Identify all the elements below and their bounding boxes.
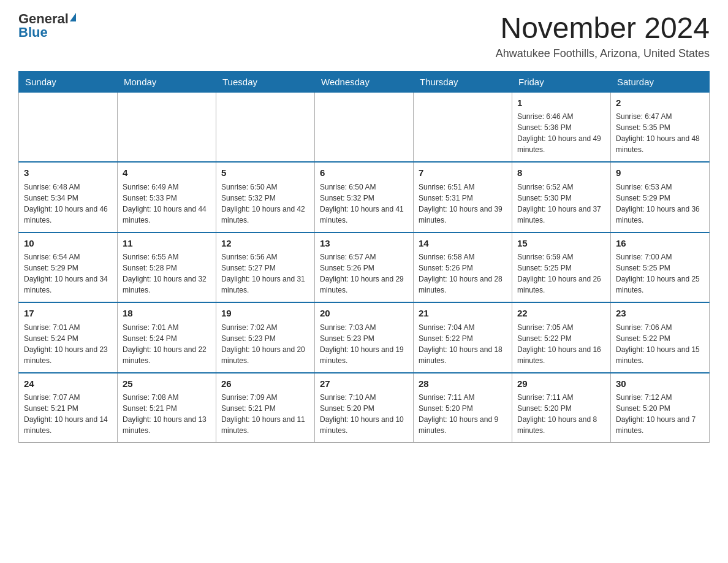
calendar-table: SundayMondayTuesdayWednesdayThursdayFrid… (18, 71, 710, 443)
day-number: 28 (419, 377, 507, 391)
calendar-cell: 22Sunrise: 7:05 AMSunset: 5:22 PMDayligh… (512, 302, 611, 373)
calendar-cell: 30Sunrise: 7:12 AMSunset: 5:20 PMDayligh… (611, 373, 710, 443)
day-info: Sunrise: 7:06 AMSunset: 5:22 PMDaylight:… (616, 322, 704, 366)
day-number: 23 (616, 307, 704, 321)
logo-blue: Blue (18, 26, 48, 39)
calendar-cell: 11Sunrise: 6:55 AMSunset: 5:28 PMDayligh… (118, 232, 216, 303)
day-number: 11 (123, 237, 211, 251)
weekday-header-thursday: Thursday (414, 71, 512, 92)
page-header: General Blue November 2024 Ahwatukee Foo… (18, 12, 710, 60)
calendar-cell: 3Sunrise: 6:48 AMSunset: 5:34 PMDaylight… (19, 162, 118, 232)
weekday-header-saturday: Saturday (611, 71, 710, 92)
calendar-cell: 20Sunrise: 7:03 AMSunset: 5:23 PMDayligh… (315, 302, 414, 373)
day-number: 13 (320, 237, 408, 251)
logo-arrow-icon (70, 13, 76, 21)
day-number: 19 (221, 307, 309, 321)
calendar-week-2: 3Sunrise: 6:48 AMSunset: 5:34 PMDaylight… (19, 162, 710, 232)
location-title: Ahwatukee Foothills, Arizona, United Sta… (496, 47, 710, 60)
calendar-week-4: 17Sunrise: 7:01 AMSunset: 5:24 PMDayligh… (19, 302, 710, 373)
day-number: 1 (517, 96, 605, 110)
day-number: 24 (24, 377, 112, 391)
calendar-cell: 16Sunrise: 7:00 AMSunset: 5:25 PMDayligh… (611, 232, 710, 303)
calendar-week-1: 1Sunrise: 6:46 AMSunset: 5:36 PMDaylight… (19, 92, 710, 162)
calendar-cell: 1Sunrise: 6:46 AMSunset: 5:36 PMDaylight… (512, 92, 611, 162)
calendar-cell: 14Sunrise: 6:58 AMSunset: 5:26 PMDayligh… (414, 232, 512, 303)
day-info: Sunrise: 6:48 AMSunset: 5:34 PMDaylight:… (24, 182, 112, 226)
day-info: Sunrise: 6:46 AMSunset: 5:36 PMDaylight:… (517, 111, 605, 155)
calendar-cell: 4Sunrise: 6:49 AMSunset: 5:33 PMDaylight… (118, 162, 216, 232)
day-info: Sunrise: 7:07 AMSunset: 5:21 PMDaylight:… (24, 392, 112, 436)
day-info: Sunrise: 6:51 AMSunset: 5:31 PMDaylight:… (419, 182, 507, 226)
day-info: Sunrise: 6:50 AMSunset: 5:32 PMDaylight:… (221, 182, 309, 226)
day-number: 8 (517, 166, 605, 180)
day-info: Sunrise: 7:10 AMSunset: 5:20 PMDaylight:… (320, 392, 408, 436)
day-number: 30 (616, 377, 704, 391)
day-info: Sunrise: 7:02 AMSunset: 5:23 PMDaylight:… (221, 322, 309, 366)
day-number: 9 (616, 166, 704, 180)
day-number: 27 (320, 377, 408, 391)
logo-general: General (18, 12, 69, 26)
calendar-cell: 7Sunrise: 6:51 AMSunset: 5:31 PMDaylight… (414, 162, 512, 232)
calendar-cell: 6Sunrise: 6:50 AMSunset: 5:32 PMDaylight… (315, 162, 414, 232)
calendar-cell: 2Sunrise: 6:47 AMSunset: 5:35 PMDaylight… (611, 92, 710, 162)
day-info: Sunrise: 6:52 AMSunset: 5:30 PMDaylight:… (517, 182, 605, 226)
day-info: Sunrise: 6:53 AMSunset: 5:29 PMDaylight:… (616, 182, 704, 226)
day-info: Sunrise: 7:01 AMSunset: 5:24 PMDaylight:… (123, 322, 211, 366)
day-number: 10 (24, 237, 112, 251)
calendar-week-3: 10Sunrise: 6:54 AMSunset: 5:29 PMDayligh… (19, 232, 710, 303)
calendar-cell: 10Sunrise: 6:54 AMSunset: 5:29 PMDayligh… (19, 232, 118, 303)
calendar-cell: 13Sunrise: 6:57 AMSunset: 5:26 PMDayligh… (315, 232, 414, 303)
calendar-cell: 28Sunrise: 7:11 AMSunset: 5:20 PMDayligh… (414, 373, 512, 443)
day-info: Sunrise: 6:49 AMSunset: 5:33 PMDaylight:… (123, 182, 211, 226)
calendar-cell: 9Sunrise: 6:53 AMSunset: 5:29 PMDaylight… (611, 162, 710, 232)
day-number: 4 (123, 166, 211, 180)
day-info: Sunrise: 7:05 AMSunset: 5:22 PMDaylight:… (517, 322, 605, 366)
day-number: 6 (320, 166, 408, 180)
day-info: Sunrise: 6:54 AMSunset: 5:29 PMDaylight:… (24, 251, 112, 296)
day-info: Sunrise: 6:50 AMSunset: 5:32 PMDaylight:… (320, 182, 408, 226)
weekday-header-friday: Friday (512, 71, 611, 92)
day-info: Sunrise: 7:09 AMSunset: 5:21 PMDaylight:… (221, 392, 309, 436)
day-info: Sunrise: 7:03 AMSunset: 5:23 PMDaylight:… (320, 322, 408, 366)
day-number: 25 (123, 377, 211, 391)
calendar-cell: 27Sunrise: 7:10 AMSunset: 5:20 PMDayligh… (315, 373, 414, 443)
day-info: Sunrise: 7:01 AMSunset: 5:24 PMDaylight:… (24, 322, 112, 366)
calendar-cell: 12Sunrise: 6:56 AMSunset: 5:27 PMDayligh… (216, 232, 315, 303)
calendar-cell: 5Sunrise: 6:50 AMSunset: 5:32 PMDaylight… (216, 162, 315, 232)
day-number: 20 (320, 307, 408, 321)
calendar-cell: 15Sunrise: 6:59 AMSunset: 5:25 PMDayligh… (512, 232, 611, 303)
day-info: Sunrise: 6:59 AMSunset: 5:25 PMDaylight:… (517, 251, 605, 296)
calendar-cell (19, 92, 118, 162)
calendar-cell: 23Sunrise: 7:06 AMSunset: 5:22 PMDayligh… (611, 302, 710, 373)
day-info: Sunrise: 7:11 AMSunset: 5:20 PMDaylight:… (517, 392, 605, 436)
logo: General Blue (18, 12, 76, 39)
day-number: 21 (419, 307, 507, 321)
calendar-cell: 26Sunrise: 7:09 AMSunset: 5:21 PMDayligh… (216, 373, 315, 443)
day-number: 12 (221, 237, 309, 251)
day-info: Sunrise: 6:56 AMSunset: 5:27 PMDaylight:… (221, 251, 309, 296)
day-number: 26 (221, 377, 309, 391)
title-section: November 2024 Ahwatukee Foothills, Arizo… (496, 12, 710, 60)
day-number: 29 (517, 377, 605, 391)
calendar-cell (216, 92, 315, 162)
calendar-cell: 17Sunrise: 7:01 AMSunset: 5:24 PMDayligh… (19, 302, 118, 373)
day-number: 18 (123, 307, 211, 321)
day-number: 17 (24, 307, 112, 321)
day-number: 14 (419, 237, 507, 251)
day-info: Sunrise: 6:55 AMSunset: 5:28 PMDaylight:… (123, 251, 211, 296)
month-title: November 2024 (496, 12, 710, 45)
calendar-cell: 19Sunrise: 7:02 AMSunset: 5:23 PMDayligh… (216, 302, 315, 373)
day-info: Sunrise: 7:04 AMSunset: 5:22 PMDaylight:… (419, 322, 507, 366)
day-info: Sunrise: 7:11 AMSunset: 5:20 PMDaylight:… (419, 392, 507, 436)
day-number: 5 (221, 166, 309, 180)
calendar-cell: 21Sunrise: 7:04 AMSunset: 5:22 PMDayligh… (414, 302, 512, 373)
calendar-cell (414, 92, 512, 162)
day-info: Sunrise: 7:00 AMSunset: 5:25 PMDaylight:… (616, 251, 704, 296)
day-info: Sunrise: 7:12 AMSunset: 5:20 PMDaylight:… (616, 392, 704, 436)
calendar-cell (118, 92, 216, 162)
calendar-week-5: 24Sunrise: 7:07 AMSunset: 5:21 PMDayligh… (19, 373, 710, 443)
day-info: Sunrise: 6:47 AMSunset: 5:35 PMDaylight:… (616, 111, 704, 155)
day-number: 3 (24, 166, 112, 180)
calendar-cell: 18Sunrise: 7:01 AMSunset: 5:24 PMDayligh… (118, 302, 216, 373)
calendar-cell: 8Sunrise: 6:52 AMSunset: 5:30 PMDaylight… (512, 162, 611, 232)
